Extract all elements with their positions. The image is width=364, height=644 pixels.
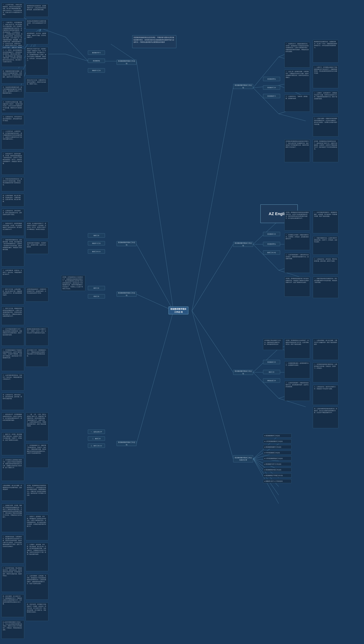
leaf-lb4-ext-5: 四、总结与展望。在今后的工作中，我将继续努力学习，不断提高自身的专业素质和教学水… (2, 594, 24, 617)
rb2-sub1: 英语教研工作 (263, 232, 280, 236)
leaf-l3: 三、上、本学年，我们英语教研组各位成员积极参与了一系列的英语展示课活动，通过本次… (2, 48, 24, 67)
leaf-lb3-extra-1: 一、在本学期的英语教学工作中，我认真贯彻执行新课程标准，积极探索适合学生的教学模… (2, 327, 24, 346)
leaf-far-left-5: 五、认真批改作业，及时反馈信息。坚持认真批改每次作业，及时反馈学生的学习情况。 (2, 209, 24, 220)
rb1-sub3: 英语继续学习 (263, 94, 280, 98)
rb2-sub3: 教研工作小结 (263, 250, 280, 255)
leaf-mid-lb3-1: 教师要以饱满的热情投入到教学工作中，关爱每一位学生，让每一位学生在学习中感受到快… (26, 327, 48, 346)
lb1-sub1: 英语教研组 (88, 59, 105, 63)
leaf-rb1-far-1: 教师要有坚定的教育信念，热爱教育事业，关心每一个学生，积极探索英语教学的有效方法… (313, 40, 338, 63)
svg-line-4 (192, 88, 233, 311)
leaf-rb1-2: 二、认真上课，提高教学质量。在课堂教学中，注重激发学生的学习兴趣，鼓励学生积极参… (284, 70, 310, 93)
leaf-m2: 相信每位英语教师的专业精神与敬业态度，为学生创造最佳的学习环境。 (26, 19, 48, 29)
leaf-lb4-mid-4: 三、认真开展教研，以研促教。本学期，我积极参加了学校及教研组组织的各种教研活动，… (26, 574, 48, 600)
rb1-sub2: 英语教学工作 (263, 85, 280, 90)
leaf-l5: 五、为促进英语课堂教学改革，我们本学期教研组积极开展了听课评课活动，期间教师们互… (2, 85, 24, 98)
lb2-sub2: 继续学习工作 (88, 241, 105, 245)
svg-line-23 (253, 88, 279, 114)
leaf-rb4-item2: ● 小学英语教研教学工作总结 (263, 439, 292, 443)
left-branch-4: 英语教研教学期末工作总结 (116, 441, 136, 446)
top-highlight-text: 高度教师积极探索优化英语课堂，不断探索与国际化英语接轨的教学理念，加强英语校内交… (134, 37, 174, 43)
leaf-rb2-desc-1: 本学期，英语教研组积极开展了形式多样的教研活动，有效提高了教师的专业素质和教学水… (284, 277, 310, 297)
rb3-sub3: 继续改进工作 (263, 378, 280, 383)
lb1-sub2: 教研教学学习 (88, 51, 105, 55)
leaf-rb1-3: 三、认真研究学生，了解学情，因材施教，提高教学效果。 (284, 95, 310, 112)
lb1-label: 英语教研教学期末工作总结 (118, 60, 135, 65)
leaf-far-left-1: 一、人文关怀为本，认真研究学情。在开展英语教学的过程中，我们积极探索适合学生特点… (2, 130, 24, 149)
leaf-rb2-1: 本学期，我积极参加学校组织的各种教研培训活动，认真学习先进的教育教学理念，将所学… (284, 211, 310, 230)
leaf-lb4-ext-3: 二、课堂教学的改进。在课堂教学中，我注重培养学生良好的学习习惯，训练学生的基本技… (2, 535, 24, 563)
leaf-rb4-item5: ● 小学英语教研组的工作总结 (263, 456, 292, 460)
center-label: 朗读教研教学期末工作总 结 (170, 308, 187, 314)
leaf-l7: 七、认真批改作业，对学生的作业进行详细的批注，及时反馈学生的学习情况。 (2, 115, 24, 125)
lb1-sub3: 继续学习工作 (88, 68, 105, 73)
leaf-lb2-5: 加强英语教学资源建设，丰富教学手段，提高教学质量，促进学生全面发展。 (26, 241, 48, 254)
leaf-m3: 提高课堂效率，关注学生，做到因材施教，激发学习兴趣，引导学生积极学习。 (26, 32, 48, 44)
center-node: 朗读教研教学期末工作总 结 (168, 307, 188, 314)
svg-line-3 (136, 311, 174, 443)
svg-line-7 (192, 311, 233, 459)
lb3-sub2: 研训工作 (88, 294, 105, 298)
svg-line-10 (66, 37, 88, 61)
rb1-sub1: 英语教研带头 (263, 77, 280, 81)
leaf-lb4-mid-5: 四、总结与反思。本学期的工作虽然取得了一些成绩，但也存在一些不足之处，在今后的工… (26, 602, 48, 621)
leaf-lb4-mid-1: 本学期，英语教研组在学校领导的指导和关心下，认真贯彻落实学校的各项规定和要求，紧… (26, 484, 48, 512)
leaf-lb3-extra-4: 四、认真批改作业，做到全批全改，及时发现问题，及时补救，帮助学生查缺补漏。 (2, 393, 24, 410)
lb4-sub3: 三、教学工作小计 (88, 444, 105, 448)
leaf-rb2-far-3: 三、认真批改作业，及时反馈，帮助学生发现问题，解决问题，提高学习成绩。 (313, 257, 338, 274)
leaf-rb3-far-3: 三、认真批改作业，做好学生的辅导工作，有效提高了学生的学习成绩。 (313, 385, 338, 405)
leaf-lb4-large-1: 一、一教、一研、一总结：我们认真贯彻了教学工作，积极开展了英语教研活动，及时总结… (26, 413, 48, 441)
right-branch-1: 英语教研教学期末工作总结 (233, 84, 253, 89)
lb3-sub1: 教学工作 (88, 286, 105, 290)
leaf-lb2-2: 二、积极开展英语教研活动，提高教学质量。本学期，我们积极开展了形式多样的教研活动… (2, 238, 24, 266)
svg-line-6 (192, 311, 233, 372)
rb3-sub1: 英语教研工作 (263, 360, 280, 364)
leaf-lb3-extra-2: 二、本学期我积极参加了学校组织的各种教研活动，认真学习教育教学理论，在实践中不断… (2, 348, 24, 371)
right-branch-3: 英语教研教学期末工作总结 (233, 370, 253, 375)
lb2-sub1: 教研工作 (88, 233, 105, 238)
leaf-lb3-1: 一、教学工作方面：认真钻研教材，精心设计教学方案，积极探索有效的教学方法，努力提… (2, 287, 24, 304)
svg-line-11 (66, 54, 88, 61)
leaf-rb4-item1: ● 英语教研教学工作总结 (263, 434, 292, 438)
leaf-rb1-far-3: 二、认真教学。在课堂教学中，注重激发学生的学习兴趣，培养学生良好的学习习惯，积极… (313, 91, 338, 114)
leaf-lb4-2: 二、教研工作：本学期，我们积极开展了教研活动，认真研讨了教学中出现的问题，互相学… (2, 432, 24, 455)
leaf-l2: 二、一年教书育人，在英语教研课上，老师们各抒己见，研讨英语教学中出现的问题，针对… (2, 21, 24, 46)
svg-line-32 (253, 244, 279, 270)
leaf-col2-2: 坚持以学生为主体，注重培养学生的语言运用能力，鼓励学生多说多练，增强学习信心。 (26, 78, 48, 93)
left-branch-1: 英语教研教学期末工作总结 (116, 60, 136, 65)
svg-line-21 (253, 57, 279, 88)
leaf-lb4-3: 三、本学期我们认真贯彻执行教育方针，认真执行学校的各项规章制度，积极完成学校布置… (2, 458, 24, 481)
leaf-lb3-2: 二、研训工作方面：积极参加学校组织的各种教研活动，认真学习先进的教育教学理念，并… (2, 307, 24, 325)
leaf-rb1-far-2: 一、认真学习。本学期我认真参加了学校组织的政治学习和业务学习，积极更新教育理念，… (313, 66, 338, 88)
top-highlight-box: 高度教师积极探索优化英语课堂，不断探索与国际化英语接轨的教学理念，加强英语校内交… (132, 35, 176, 48)
right-branch-2: 英语教研教学期末工作总结 (233, 242, 253, 247)
leaf-rb4-item7: ● 英语教研组年度工作总结 (263, 468, 292, 472)
mind-map: 朗读教研教学期末工作总 结 高度教师积极探索优化英语课堂，不断探索与国际化英语接… (0, 0, 364, 644)
leaf-lb4-mid-3: 二、认真教学，提高质量。本学期，我认真备课，精心设计每一节课，努力提高课堂教学质… (26, 543, 48, 571)
lb2-sub3: 教研工作小计 (88, 249, 105, 254)
leaf-rb4-item4: ● 中学英语教研工作总结 (263, 451, 292, 455)
left-branch-3: 英语教研教学期末工作总结 (116, 292, 136, 297)
svg-line-2 (136, 294, 174, 311)
leaf-lb4-large-2: 二、本学期的教研工作：积极开展了听课评课活动，互相学习，取长补短，不断提高教学质… (26, 444, 48, 468)
svg-line-0 (136, 61, 174, 311)
leaf-lb3-extra-3: 三、认真开展听课评课活动，互相学习，取长补短，不断提高教学能力和业务水平。 (2, 373, 24, 390)
leaf-rb2-desc-2: 一、积极开展各种形式的教研活动，有针对性地解决教学中存在的问题，有效提高了教学质… (313, 277, 338, 298)
leaf-lb4-mid-2: 一、加强学习，提高素质。本学期，我积极参加了各种形式的培训活动，认真学习教育教学… (26, 515, 48, 540)
leaf-lb3-3: 合理利用多媒体技术，丰富教学内容和教学手段，提高教学效率，为学生创造良好的学习环… (26, 287, 48, 302)
leaf-rb3-2: 一、加强教研团队建设，提高整体教学水平，促进教师专业成长。 (284, 361, 310, 378)
svg-line-1 (136, 244, 174, 311)
leaf-far-left-2: 二、加强业务学习，提高专业素质。本学期，教研组老师积极参加了各种培训活动，认真学… (2, 152, 24, 175)
leaf-l6: 六、为培养学生的英语兴趣，我组积极开展了"英语节"、"英语角"等课外活动，让学生… (2, 100, 24, 113)
leaf-lb4-ext-1: 认真钻研教材，精心设计教案，积极探索适合学生的教学模式，提高课堂效率。 (2, 484, 24, 501)
leaf-rb3-3: 二、认真研究课堂教学，积极探索有效的教学方法，提高课堂教学效率，促进学生的全面发… (284, 381, 310, 401)
leaf-rb4-item9: ● 新教师入职个人工作的总结 (263, 479, 292, 483)
leaf-lb3-large: 本学期，在学校领导的大力支持和关心下，在教研组全体成员的共同努力下，我们英语教研… (61, 275, 85, 291)
leaf-rb4-item8: ● 英语教研组下学期工作计划 (263, 473, 292, 477)
leaf-top-right-large-2: 本学期，英语教研组在学校领导的支持下，较好地完成了教学工作。在教学中积极探索，认… (313, 139, 338, 162)
leaf-rb1-1: 一、加强理论学习，积极参加教研活动。本学期，我积极参加了学校组织的各种形式的教研… (284, 42, 310, 68)
leaf-m1: 教师要加强专业技能培训、提高教育教学水平，从而达到科学的英语教学效果，提高英语教… (26, 4, 48, 17)
leaf-lb2-4: 本学期，在大家的共同努力下，英语教研工作取得了一定的成绩，但也存在一些不足，希望… (26, 222, 48, 239)
leaf-l4: 四、积极探索英语教学的规律，探索适合学生发展的教学模式，采用多种教学手段，充分调… (2, 69, 24, 84)
leaf-rb2-far-1: 一、在本学期的英语教学中，我积极研究教材，认真备课，努力提高每一节课的教学质量，… (313, 211, 338, 233)
leaf-far-left-4: 四、认真研究教材，精心设计教案。在备课过程中，注重研究教材，认真分析学情，精心设… (2, 194, 24, 207)
